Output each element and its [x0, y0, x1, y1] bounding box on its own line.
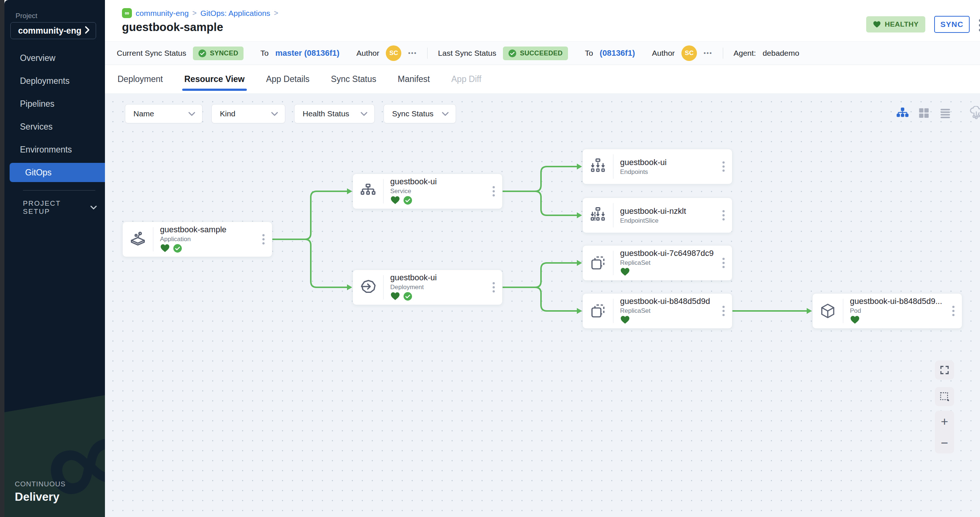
current-sync-revision-link[interactable]: master (08136f1)	[275, 48, 340, 58]
node-title: guestbook-ui-7c64987dc9	[620, 249, 732, 258]
sidebar-nav: OverviewDeploymentsPipelinesServicesEnvi…	[5, 46, 105, 184]
node-title: guestbook-ui	[390, 177, 502, 187]
sidebar-item-gitops[interactable]: GitOps	[10, 163, 105, 182]
project-selector[interactable]: community-eng	[10, 22, 96, 39]
sync-button[interactable]: SYNC	[934, 16, 970, 33]
node-kind: ReplicaSet	[620, 307, 732, 315]
current-sync-more-button[interactable]: •••	[408, 49, 417, 57]
resource-node-application-app[interactable]: guestbook-sampleApplication	[123, 222, 272, 257]
deployment-icon	[353, 278, 383, 297]
pod-icon	[813, 303, 843, 319]
succeeded-badge-label: SUCCEEDED	[520, 49, 563, 57]
tab-app-details[interactable]: App Details	[266, 65, 310, 94]
tab-manifest[interactable]: Manifest	[398, 65, 430, 94]
project-name: community-eng	[18, 26, 81, 36]
node-content: guestbook-ui-7c64987dc9ReplicaSet	[613, 249, 732, 278]
sidebar-item-deployments[interactable]: Deployments	[5, 70, 105, 92]
tab-sync-status[interactable]: Sync Status	[331, 65, 377, 94]
node-menu-button[interactable]	[720, 304, 727, 318]
sidebar: Project community-eng OverviewDeployment…	[5, 0, 105, 517]
author-avatar[interactable]: SC	[386, 45, 401, 61]
zoom-out-button[interactable]: −	[935, 432, 954, 454]
node-content: guestbook-ui-b848d5d9dReplicaSet	[613, 297, 732, 325]
filter-sync-status[interactable]: Sync Status	[383, 104, 456, 123]
node-menu-button[interactable]	[720, 255, 727, 270]
resource-node-endpointslice-eps[interactable]: guestbook-ui-nzkltEndpointSlice	[582, 198, 732, 233]
breadcrumb-separator: >	[274, 9, 278, 17]
filter-name[interactable]: Name	[125, 104, 202, 123]
filter-bar: NameKindHealth StatusSync Status	[125, 104, 456, 123]
sidebar-item-project-setup[interactable]: PROJECT SETUP	[23, 200, 97, 216]
breadcrumb-link-project[interactable]: community-eng	[135, 9, 189, 18]
resource-graph-canvas[interactable]: NameKindHealth StatusSync Status guestbo…	[105, 94, 980, 517]
divider	[427, 48, 428, 59]
filter-kind[interactable]: Kind	[212, 104, 285, 123]
window-edge	[0, 0, 5, 517]
node-menu-button[interactable]	[950, 304, 957, 318]
resource-node-endpoints-ep[interactable]: guestbook-uiEndpoints	[582, 149, 732, 184]
tree-view-button[interactable]	[895, 106, 910, 121]
agent-value: debademo	[763, 49, 799, 58]
filter-health-status[interactable]: Health Status	[294, 104, 375, 123]
node-content: guestbook-ui-nzkltEndpointSlice	[613, 206, 732, 225]
tab-deployment[interactable]: Deployment	[118, 65, 163, 94]
resource-node-replicaset-rs1[interactable]: guestbook-ui-7c64987dc9ReplicaSet	[582, 245, 732, 281]
sidebar-item-services[interactable]: Services	[5, 115, 105, 138]
resource-node-deployment-deploy[interactable]: guestbook-uiDeployment	[353, 270, 503, 305]
main-area: ∞ community-eng > GitOps: Applications >…	[105, 0, 980, 517]
gitops-app-icon: ∞	[122, 8, 132, 18]
last-sync-more-button[interactable]: •••	[703, 49, 713, 57]
chevron-down-icon	[90, 205, 97, 210]
healthy-heart-icon	[390, 292, 400, 302]
author-avatar[interactable]: SC	[681, 45, 697, 61]
node-menu-button[interactable]	[490, 184, 497, 199]
node-content: guestbook-uiEndpoints	[613, 158, 732, 176]
node-title: guestbook-ui-nzklt	[620, 206, 732, 216]
sidebar-footer: ∞ CONTINUOUS Delivery	[5, 395, 105, 517]
node-status-badges	[160, 244, 272, 254]
healthy-heart-icon	[620, 316, 630, 325]
to-label: To	[585, 49, 593, 58]
author-label: Author	[356, 49, 380, 58]
breadcrumb-link-applications[interactable]: GitOps: Applications	[200, 9, 270, 18]
zoom-in-button[interactable]: +	[935, 411, 954, 432]
fullscreen-button[interactable]	[935, 360, 954, 380]
agent-label: Agent:	[733, 49, 756, 58]
sidebar-item-environments[interactable]: Environments	[5, 138, 105, 161]
marquee-select-icon	[939, 392, 950, 402]
node-status-badges	[850, 316, 962, 325]
filter-label: Sync Status	[392, 109, 433, 118]
sidebar-item-overview[interactable]: Overview	[5, 46, 105, 70]
node-menu-button[interactable]	[490, 280, 497, 295]
current-sync-status-label: Current Sync Status	[117, 49, 186, 58]
node-kind: Service	[390, 187, 502, 195]
application-icon	[123, 231, 153, 248]
node-content: guestbook-ui-b848d5d9...Pod	[843, 297, 962, 325]
sidebar-item-pipelines[interactable]: Pipelines	[5, 92, 105, 115]
resource-node-service-svc[interactable]: guestbook-uiService	[353, 174, 503, 209]
tab-resource-view[interactable]: Resource View	[185, 65, 245, 94]
list-view-button[interactable]	[938, 106, 953, 121]
chevron-down-icon	[188, 109, 196, 118]
node-menu-button[interactable]	[720, 159, 727, 174]
resource-node-replicaset-rs2[interactable]: guestbook-ui-b848d5d9dReplicaSet	[582, 293, 732, 329]
synced-check-icon	[173, 244, 182, 254]
status-bar: Current Sync Status SYNCED To master (08…	[105, 41, 980, 65]
grid-view-icon	[918, 107, 930, 121]
chevron-right-icon	[84, 26, 90, 35]
network-view-button[interactable]	[969, 106, 980, 121]
last-sync-revision-link[interactable]: (08136f1)	[600, 48, 635, 58]
grid-view-button[interactable]	[916, 106, 931, 121]
succeeded-badge: SUCCEEDED	[503, 46, 568, 60]
view-switcher	[884, 106, 980, 123]
synced-check-icon	[403, 196, 412, 206]
replicaset-icon	[583, 254, 613, 272]
healthy-heart-icon	[160, 244, 170, 254]
check-circle-icon	[198, 49, 207, 58]
marquee-select-button[interactable]	[935, 387, 954, 406]
node-menu-button[interactable]	[720, 208, 727, 223]
node-title: guestbook-ui-b848d5d9...	[850, 297, 962, 306]
node-kind: Pod	[850, 307, 962, 315]
node-menu-button[interactable]	[260, 232, 267, 247]
resource-node-pod-pod[interactable]: guestbook-ui-b848d5d9...Pod	[812, 293, 962, 329]
